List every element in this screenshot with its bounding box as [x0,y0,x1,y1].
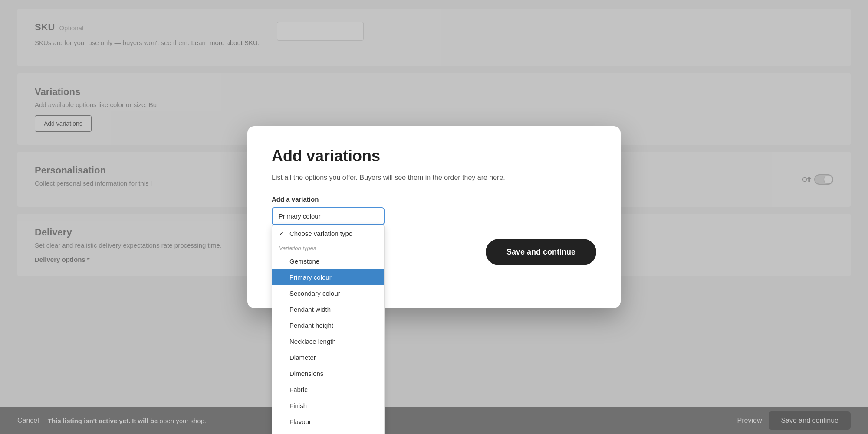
check-icon: ✓ [279,230,286,237]
dropdown-item-primary-colour[interactable]: Primary colour [272,269,384,285]
dropdown-category-label: Variation types [272,241,384,253]
variation-input-area: Primary colour ✓ Choose variation type V… [272,207,596,225]
modal-title: Add variations [272,147,596,165]
dropdown-item-finish[interactable]: Finish [272,398,384,414]
dropdown-item-choose[interactable]: ✓ Choose variation type [272,225,384,241]
dropdown-item-gemstone[interactable]: Gemstone [272,253,384,269]
dropdown-item-pendant-height[interactable]: Pendant height [272,317,384,333]
add-variations-modal: Add variations List all the options you … [247,126,621,308]
modal-save-continue-button[interactable]: Save and continue [486,239,596,265]
dropdown-item-necklace-length[interactable]: Necklace length [272,333,384,349]
modal-description: List all the options you offer. Buyers w… [272,174,596,182]
dropdown-item-pendant-width[interactable]: Pendant width [272,301,384,317]
variation-dropdown-menu: ✓ Choose variation type Variation types … [272,225,385,434]
dropdown-item-secondary-colour[interactable]: Secondary colour [272,285,384,301]
dropdown-item-material[interactable]: Material [272,430,384,434]
dropdown-item-dimensions[interactable]: Dimensions [272,365,384,382]
selected-variation-label: Primary colour [279,212,321,220]
add-variation-label: Add a variation [272,196,596,203]
dropdown-item-diameter[interactable]: Diameter [272,349,384,365]
dropdown-item-fabric[interactable]: Fabric [272,382,384,398]
variation-select-button[interactable]: Primary colour [272,207,385,225]
variation-type-selector[interactable]: Primary colour ✓ Choose variation type V… [272,207,385,225]
dropdown-item-flavour[interactable]: Flavour [272,414,384,430]
